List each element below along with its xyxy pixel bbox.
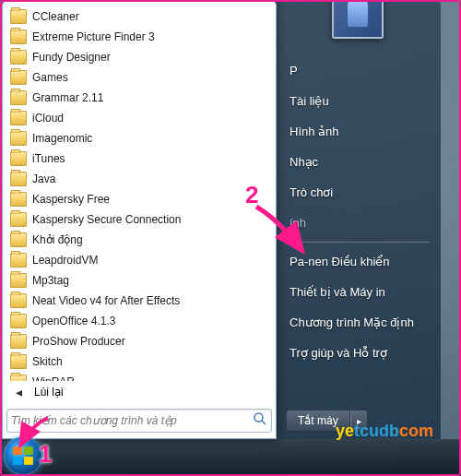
program-label: iTunes xyxy=(32,152,65,165)
folder-icon xyxy=(10,192,27,207)
back-button[interactable]: ◂ Lùi lại xyxy=(6,381,272,403)
svg-rect-4 xyxy=(13,457,22,465)
back-label: Lùi lại xyxy=(34,386,64,399)
user-name[interactable]: P xyxy=(275,55,441,86)
windows-logo-icon xyxy=(11,444,35,468)
program-folder-item[interactable]: Imagenomic xyxy=(6,128,272,149)
program-folder-item[interactable]: Neat Video v4 for After Effects xyxy=(6,291,272,311)
search-box[interactable] xyxy=(6,409,272,433)
program-label: Fundy Designer xyxy=(32,51,111,64)
user-picture[interactable] xyxy=(332,0,384,39)
link-games[interactable]: Trò chơi xyxy=(275,177,441,208)
link-computer-partial[interactable]: ính xyxy=(275,208,441,238)
program-label: OpenOffice 4.1.3 xyxy=(32,315,116,327)
program-folder-item[interactable]: Extreme Picture Finder 3 xyxy=(6,27,272,47)
taskbar xyxy=(0,439,461,476)
program-label: Mp3tag xyxy=(32,274,69,287)
link-devices-printers[interactable]: Thiết bị và Máy in xyxy=(275,277,441,307)
program-label: LeapdroidVM xyxy=(32,254,98,267)
svg-point-0 xyxy=(254,413,263,422)
back-arrow-icon: ◂ xyxy=(10,384,27,400)
program-label: Khởi động xyxy=(32,233,83,246)
program-folder-item[interactable]: LeapdroidVM xyxy=(6,250,272,270)
svg-rect-5 xyxy=(24,457,33,465)
folder-icon xyxy=(10,111,27,125)
folder-icon xyxy=(10,293,27,308)
program-label: Kaspersky Free xyxy=(32,193,110,206)
program-folder-item[interactable]: ProShow Producer xyxy=(6,331,272,351)
program-label: Games xyxy=(32,71,68,84)
program-folder-item[interactable]: iCloud xyxy=(6,108,272,128)
link-help-support[interactable]: Trợ giúp và Hỗ trợ xyxy=(275,338,441,368)
start-menu-right-panel: P Tài liệu Hình ảnh Nhạc Trò chơi ính Pa… xyxy=(275,0,441,439)
program-folder-item[interactable]: OpenOffice 4.1.3 xyxy=(6,311,272,331)
program-folder-item[interactable]: WinRAR xyxy=(6,372,272,381)
separator xyxy=(286,242,430,243)
search-icon xyxy=(253,411,267,430)
svg-rect-2 xyxy=(13,446,22,455)
folder-icon xyxy=(10,314,27,328)
program-folder-item[interactable]: CCleaner xyxy=(6,6,272,27)
folder-icon xyxy=(10,131,27,146)
folder-icon xyxy=(10,70,27,85)
program-folder-item[interactable]: Kaspersky Free xyxy=(6,189,272,209)
program-label: Neat Video v4 for After Effects xyxy=(32,294,180,307)
program-folder-item[interactable]: Games xyxy=(6,67,272,88)
svg-rect-3 xyxy=(24,446,33,455)
program-folder-item[interactable]: Grammar 2.11 xyxy=(6,88,272,108)
folder-icon xyxy=(10,354,27,369)
program-folder-item[interactable]: Kaspersky Secure Connection xyxy=(6,209,272,230)
link-pictures[interactable]: Hình ảnh xyxy=(275,116,441,147)
folder-icon xyxy=(10,90,27,105)
link-default-programs[interactable]: Chương trình Mặc định xyxy=(275,307,441,338)
folder-icon xyxy=(10,30,27,44)
link-documents[interactable]: Tài liệu xyxy=(275,86,441,116)
start-menu: CCleanerExtreme Picture Finder 3Fundy De… xyxy=(2,0,277,439)
program-label: Grammar 2.11 xyxy=(32,91,103,104)
program-label: Skitch xyxy=(32,355,63,368)
link-music[interactable]: Nhạc xyxy=(275,147,441,177)
program-folder-item[interactable]: iTunes xyxy=(6,149,272,169)
shutdown-button[interactable]: Tắt máy xyxy=(286,410,350,432)
svg-line-1 xyxy=(262,421,266,424)
program-folder-item[interactable]: Mp3tag xyxy=(6,270,272,291)
folder-icon xyxy=(10,151,27,166)
folder-icon xyxy=(10,375,27,381)
shutdown-group: Tắt máy ▸ xyxy=(286,410,368,432)
search-input[interactable] xyxy=(11,414,253,427)
program-label: Imagenomic xyxy=(32,132,92,145)
folder-icon xyxy=(10,212,27,227)
shutdown-menu-button[interactable]: ▸ xyxy=(350,410,368,432)
program-label: CCleaner xyxy=(32,10,79,23)
folder-icon xyxy=(10,50,27,65)
program-label: iCloud xyxy=(32,112,64,125)
all-programs-list: CCleanerExtreme Picture Finder 3Fundy De… xyxy=(6,5,272,381)
program-label: Kaspersky Secure Connection xyxy=(32,213,181,226)
start-button[interactable] xyxy=(4,436,42,475)
program-folder-item[interactable]: Java xyxy=(6,169,272,189)
program-folder-item[interactable]: Skitch xyxy=(6,351,272,372)
folder-icon xyxy=(10,253,27,268)
folder-icon xyxy=(10,273,27,288)
program-folder-item[interactable]: Khởi động xyxy=(6,230,272,250)
program-label: Extreme Picture Finder 3 xyxy=(32,30,155,43)
folder-icon xyxy=(10,334,27,349)
program-folder-item[interactable]: Fundy Designer xyxy=(6,47,272,67)
link-control-panel[interactable]: Pa-nen Điều khiển xyxy=(275,246,441,277)
folder-icon xyxy=(10,172,27,186)
program-label: ProShow Producer xyxy=(32,335,125,348)
program-label: Java xyxy=(32,173,55,185)
folder-icon xyxy=(10,232,27,247)
folder-icon xyxy=(10,9,27,24)
